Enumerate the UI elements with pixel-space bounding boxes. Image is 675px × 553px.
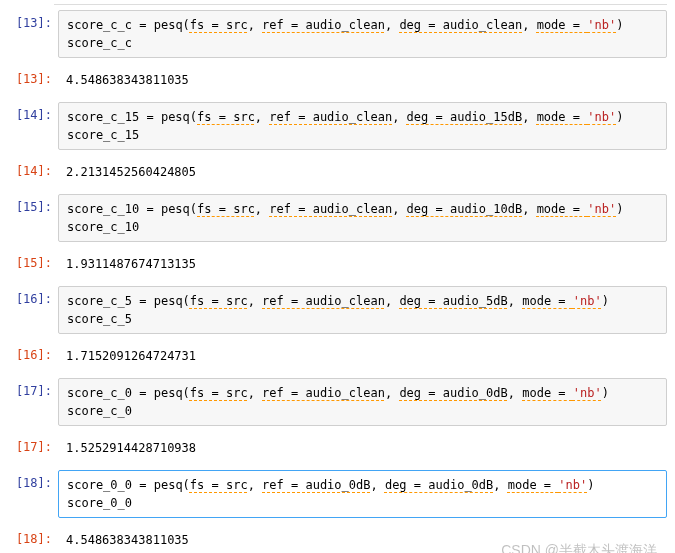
code-line: score_c_c bbox=[67, 34, 658, 52]
cell-prompt[interactable]: [18]: bbox=[8, 526, 58, 546]
input-cell: [14]:score_c_15 = pesq(fs = src, ref = a… bbox=[8, 102, 667, 150]
code-line: score_c_5 = pesq(fs = src, ref = audio_c… bbox=[67, 292, 658, 310]
code-area[interactable]: score_c_15 = pesq(fs = src, ref = audio_… bbox=[58, 102, 667, 150]
code-area[interactable]: score_c_10 = pesq(fs = src, ref = audio_… bbox=[58, 194, 667, 242]
output-text: 4.548638343811035 bbox=[58, 66, 667, 94]
cell-prompt[interactable]: [18]: bbox=[8, 470, 58, 490]
top-separator bbox=[54, 4, 667, 6]
code-line: score_c_5 bbox=[67, 310, 658, 328]
output-cell: [13]:4.548638343811035 bbox=[8, 66, 667, 94]
output-text: 2.2131452560424805 bbox=[58, 158, 667, 186]
input-cell: [18]:score_0_0 = pesq(fs = src, ref = au… bbox=[8, 470, 667, 518]
code-line: score_c_c = pesq(fs = src, ref = audio_c… bbox=[67, 16, 658, 34]
output-text: 1.5252914428710938 bbox=[58, 434, 667, 462]
code-line: score_c_10 = pesq(fs = src, ref = audio_… bbox=[67, 200, 658, 218]
cell-prompt[interactable]: [16]: bbox=[8, 342, 58, 362]
code-line: score_c_0 bbox=[67, 402, 658, 420]
cell-prompt[interactable]: [13]: bbox=[8, 66, 58, 86]
code-area[interactable]: score_0_0 = pesq(fs = src, ref = audio_0… bbox=[58, 470, 667, 518]
cell-prompt[interactable]: [15]: bbox=[8, 250, 58, 270]
code-area[interactable]: score_c_0 = pesq(fs = src, ref = audio_c… bbox=[58, 378, 667, 426]
output-cell: [18]:4.548638343811035 bbox=[8, 526, 667, 553]
output-text: 4.548638343811035 bbox=[58, 526, 667, 553]
cell-prompt[interactable]: [16]: bbox=[8, 286, 58, 306]
output-cell: [14]:2.2131452560424805 bbox=[8, 158, 667, 186]
code-line: score_c_15 = pesq(fs = src, ref = audio_… bbox=[67, 108, 658, 126]
input-cell: [17]:score_c_0 = pesq(fs = src, ref = au… bbox=[8, 378, 667, 426]
output-text: 1.7152091264724731 bbox=[58, 342, 667, 370]
output-cell: [15]:1.9311487674713135 bbox=[8, 250, 667, 278]
code-line: score_c_0 = pesq(fs = src, ref = audio_c… bbox=[67, 384, 658, 402]
code-line: score_0_0 bbox=[67, 494, 658, 512]
output-text: 1.9311487674713135 bbox=[58, 250, 667, 278]
cell-prompt[interactable]: [15]: bbox=[8, 194, 58, 214]
cell-prompt[interactable]: [14]: bbox=[8, 102, 58, 122]
cell-prompt[interactable]: [17]: bbox=[8, 378, 58, 398]
input-cell: [13]:score_c_c = pesq(fs = src, ref = au… bbox=[8, 10, 667, 58]
cell-prompt[interactable]: [13]: bbox=[8, 10, 58, 30]
code-line: score_c_15 bbox=[67, 126, 658, 144]
code-area[interactable]: score_c_c = pesq(fs = src, ref = audio_c… bbox=[58, 10, 667, 58]
output-cell: [16]:1.7152091264724731 bbox=[8, 342, 667, 370]
code-line: score_c_10 bbox=[67, 218, 658, 236]
notebook-area: [13]:score_c_c = pesq(fs = src, ref = au… bbox=[8, 10, 667, 553]
code-area[interactable]: score_c_5 = pesq(fs = src, ref = audio_c… bbox=[58, 286, 667, 334]
input-cell: [16]:score_c_5 = pesq(fs = src, ref = au… bbox=[8, 286, 667, 334]
cell-prompt[interactable]: [17]: bbox=[8, 434, 58, 454]
output-cell: [17]:1.5252914428710938 bbox=[8, 434, 667, 462]
code-line: score_0_0 = pesq(fs = src, ref = audio_0… bbox=[67, 476, 658, 494]
cell-prompt[interactable]: [14]: bbox=[8, 158, 58, 178]
input-cell: [15]:score_c_10 = pesq(fs = src, ref = a… bbox=[8, 194, 667, 242]
